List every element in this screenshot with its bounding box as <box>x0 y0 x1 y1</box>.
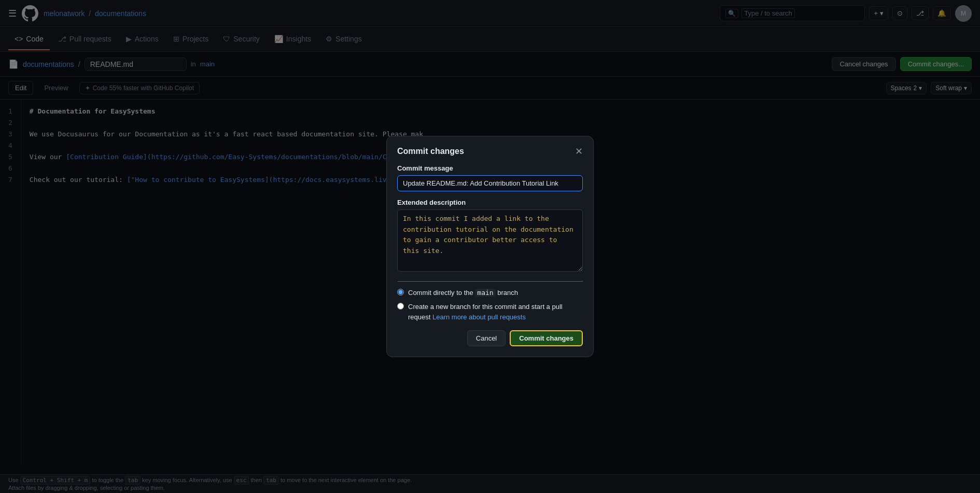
modal-commit-button[interactable]: Commit changes <box>510 330 583 346</box>
modal-header: Commit changes ✕ <box>397 147 583 156</box>
radio-direct-label: Commit directly to the main branch <box>408 288 518 298</box>
radio-direct-commit: Commit directly to the main branch <box>397 288 583 298</box>
commit-changes-modal: Commit changes ✕ Commit message Extended… <box>386 136 594 358</box>
modal-cancel-button[interactable]: Cancel <box>467 330 506 346</box>
radio-pr-input[interactable] <box>397 303 404 309</box>
radio-direct-input[interactable] <box>397 289 404 295</box>
modal-divider <box>397 280 583 281</box>
commit-message-label: Commit message <box>397 164 583 172</box>
learn-more-link[interactable]: Learn more about pull requests <box>432 313 526 321</box>
commit-message-group: Commit message <box>397 164 583 191</box>
modal-title: Commit changes <box>397 147 464 156</box>
commit-options: Commit directly to the main branch Creat… <box>397 288 583 322</box>
modal-footer: Cancel Commit changes <box>397 330 583 346</box>
modal-overlay: Commit changes ✕ Commit message Extended… <box>0 0 980 493</box>
modal-close-button[interactable]: ✕ <box>575 147 583 156</box>
extended-desc-group: Extended description In this commit I ad… <box>397 199 583 273</box>
extended-desc-label: Extended description <box>397 199 583 206</box>
radio-pr-commit: Create a new branch for this commit and … <box>397 302 583 322</box>
radio-pr-label: Create a new branch for this commit and … <box>408 302 583 322</box>
extended-desc-textarea[interactable]: In this commit I added a link to the con… <box>397 209 583 272</box>
commit-message-input[interactable] <box>397 175 583 191</box>
